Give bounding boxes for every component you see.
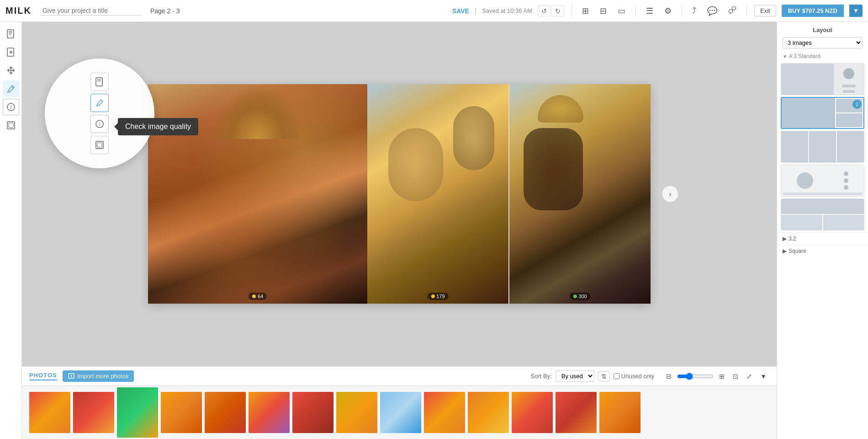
add-page-tool-button[interactable] (3, 44, 19, 60)
divider-3 (682, 5, 682, 16)
right-sidebar: Layout 3 images 1 image 2 images 4 image… (777, 22, 868, 439)
exit-button[interactable]: Exit (754, 5, 776, 16)
divider-2 (635, 5, 636, 16)
photo-thumb-13[interactable] (556, 392, 597, 433)
import-photos-button[interactable]: Import more photos (63, 370, 134, 382)
next-page-button[interactable]: › (662, 186, 678, 202)
share-button[interactable]: ⤴ (689, 4, 699, 17)
layout-group-43[interactable]: ▼ 4:3 Standard (777, 50, 868, 61)
zoom-area: ⊟ ⊞ ⊡ ⤢ ▼ (663, 371, 769, 382)
spread-view-button[interactable]: ⊟ (597, 4, 609, 18)
photo-thumb-7[interactable] (292, 392, 333, 433)
layout-option-3[interactable] (781, 131, 864, 163)
photo-thumb-4[interactable] (161, 392, 202, 433)
right-photo-1[interactable]: 179 (367, 84, 508, 304)
redo-button[interactable]: ↻ (551, 5, 564, 16)
single-view-button[interactable]: ▭ (615, 4, 628, 18)
tool-magnifier-circle: i (45, 59, 154, 168)
photo-thumb-5[interactable] (205, 392, 246, 433)
photo-thumb-14[interactable] (599, 392, 640, 433)
svg-line-7 (11, 86, 13, 88)
undo-button[interactable]: ↺ (538, 5, 550, 16)
photo-thumb-1[interactable] (29, 392, 70, 433)
buy-button[interactable]: BUY $707.25 NZD (782, 5, 844, 17)
zoom-slider[interactable] (677, 373, 714, 380)
photos-strip-header: PHOTOS Import more photos Sort By: By us… (22, 367, 777, 386)
svg-rect-12 (96, 78, 102, 86)
photo-thumb-2[interactable] (73, 392, 114, 433)
chat-button[interactable]: 🗪 (725, 4, 739, 17)
header: MILK Page 2 - 3 SAVE | Saved at 10:36 AM… (0, 0, 868, 22)
move-tool-button[interactable] (3, 62, 19, 79)
photos-strip: PHOTOS Import more photos Sort By: By us… (22, 366, 777, 439)
layout-option-1[interactable] (781, 63, 864, 95)
photo-thumb-6[interactable] (249, 392, 290, 433)
sort-label: Sort By: (531, 373, 552, 380)
magnifier-overlay: i Check image quality (45, 59, 154, 168)
svg-rect-0 (7, 30, 14, 38)
magnifier-info-btn[interactable]: i (90, 115, 109, 133)
quality-dot-2 (573, 294, 577, 298)
photo-thumb-3[interactable] (117, 387, 158, 438)
magnifier-pages-btn[interactable] (90, 73, 109, 91)
right-photo-2-number: 300 (569, 293, 590, 300)
check-quality-tooltip: Check image quality (118, 118, 198, 135)
list-button[interactable]: ☰ (643, 4, 656, 18)
unused-only-label: Unused only (614, 373, 654, 380)
edit-tool-button[interactable] (3, 80, 19, 97)
photos-scroll (22, 386, 777, 439)
layout-group-square[interactable]: ▶ Square (777, 245, 868, 257)
chevron-down-icon: ▼ (783, 54, 787, 59)
layout-option-4[interactable] (781, 165, 864, 197)
svg-rect-17 (96, 141, 103, 149)
project-title-input[interactable] (41, 6, 141, 16)
quality-dot-1 (431, 294, 434, 298)
buy-dropdown-button[interactable]: ▼ (849, 5, 863, 17)
sort-select[interactable]: By used (556, 370, 594, 382)
left-toolbar: i (0, 22, 22, 439)
magnifier-edit-btn[interactable] (90, 94, 109, 112)
canvas-area: 64 179 (22, 22, 777, 439)
divider-1 (572, 5, 572, 16)
pages-tool-button[interactable] (3, 26, 19, 42)
unused-only-checkbox[interactable] (614, 373, 619, 379)
right-photo-2[interactable]: 300 (509, 84, 651, 304)
zoom-in-button[interactable]: ⊞ (716, 371, 727, 382)
photo-thumb-12[interactable] (512, 392, 553, 433)
photo-thumb-9[interactable] (380, 392, 421, 433)
chevron-right-icon-2: ▶ (783, 248, 787, 254)
comment-button[interactable]: 💬 (704, 4, 720, 18)
layout-option-5[interactable] (781, 198, 864, 230)
logo: MILK (5, 5, 32, 16)
svg-text:i: i (99, 122, 101, 127)
zoom-out-button[interactable]: ⊟ (663, 371, 674, 382)
chevron-right-icon: ▶ (783, 236, 787, 242)
collapse-button[interactable]: ▼ (757, 371, 769, 382)
saved-status: Saved at 10:36 AM (482, 7, 532, 14)
expand-button[interactable]: ⤢ (744, 371, 755, 382)
view-toggle-button[interactable]: ⊡ (730, 371, 741, 382)
sort-order-button[interactable]: ⇅ (598, 371, 610, 381)
photo-thumb-11[interactable] (468, 392, 509, 433)
magnifier-frame-btn[interactable] (90, 136, 109, 154)
quality-dot-yellow (252, 294, 256, 298)
grid-view-button[interactable]: ⊞ (579, 4, 592, 18)
import-icon (68, 373, 74, 380)
save-button[interactable]: SAVE (452, 7, 469, 15)
frame-tool-button[interactable] (3, 117, 19, 134)
right-photos-row: 179 300 (367, 84, 651, 304)
layout-option-2[interactable]: 2 (781, 97, 864, 129)
page-indicator: Page 2 - 3 (150, 7, 180, 15)
book-spread: 64 179 (148, 84, 651, 304)
photos-tab[interactable]: PHOTOS (29, 372, 57, 380)
images-count-row: 3 images 1 image 2 images 4 images (777, 35, 868, 50)
layout-group-32[interactable]: ▶ 3.2 (777, 232, 868, 245)
layout-selected-badge: 2 (852, 100, 862, 109)
info-tool-button[interactable]: i (3, 99, 19, 115)
settings-button[interactable]: ⚙ (662, 4, 674, 18)
page-left[interactable]: 64 (148, 84, 367, 304)
photo-thumb-8[interactable] (336, 392, 377, 433)
photo-thumb-10[interactable] (424, 392, 465, 433)
images-count-select[interactable]: 3 images 1 image 2 images 4 images (783, 37, 863, 48)
undo-redo-group: ↺ ↻ (538, 5, 564, 16)
